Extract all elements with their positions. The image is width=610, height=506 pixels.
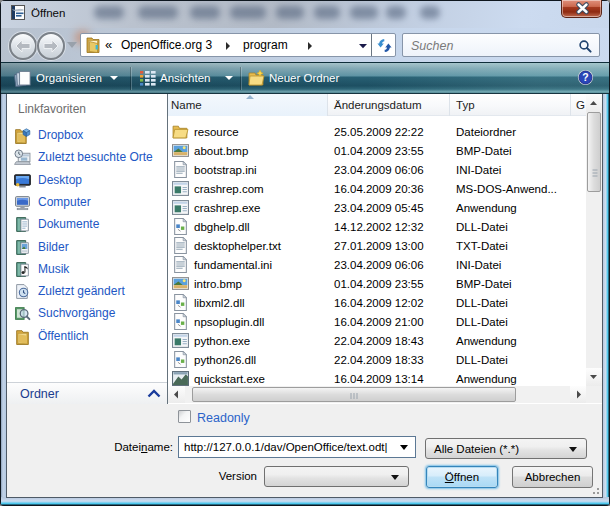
svg-text:?: ? xyxy=(582,71,588,83)
